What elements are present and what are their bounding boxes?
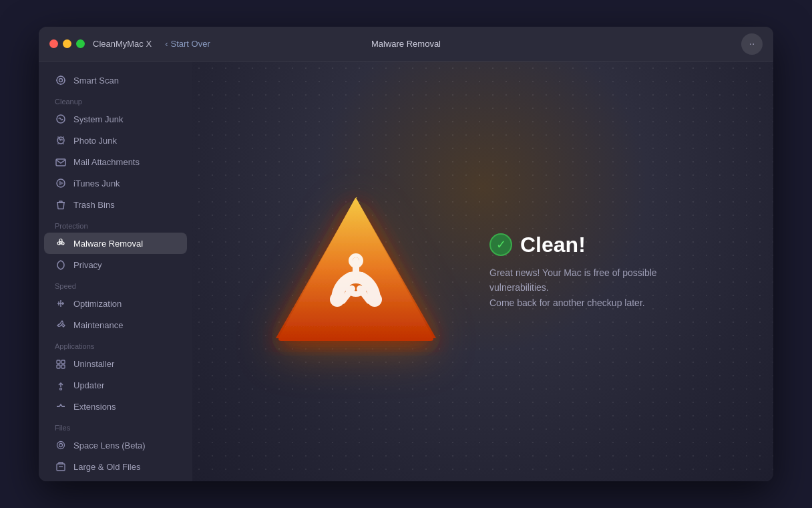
sidebar-item-photo-junk[interactable]: Photo Junk — [44, 130, 187, 151]
svg-line-20 — [61, 241, 63, 243]
sidebar-item-label: Maintenance — [73, 320, 123, 330]
fullscreen-button[interactable] — [76, 39, 85, 48]
sidebar-item-uninstaller[interactable]: Uninstaller — [44, 353, 187, 374]
check-icon: ✓ — [489, 233, 512, 256]
close-button[interactable] — [49, 39, 58, 48]
svg-point-18 — [60, 243, 61, 244]
svg-point-0 — [57, 76, 65, 84]
content-area: Smart Scan Cleanup System Junk — [39, 61, 773, 481]
large-files-icon — [55, 461, 67, 473]
sidebar-item-maintenance[interactable]: Maintenance — [44, 314, 187, 336]
sidebar-item-label: Privacy — [73, 260, 102, 270]
sidebar-item-trash-bins[interactable]: Trash Bins — [44, 194, 187, 215]
photo-junk-icon — [55, 134, 67, 146]
svg-point-31 — [60, 388, 62, 390]
sidebar-item-label: Large & Old Files — [73, 462, 140, 472]
minimize-button[interactable] — [63, 39, 71, 48]
sidebar-item-label: Uninstaller — [73, 359, 114, 369]
sidebar-item-extensions[interactable]: Extensions — [44, 396, 187, 417]
chevron-left-icon: ‹ — [165, 39, 168, 49]
svg-rect-12 — [56, 159, 65, 166]
maintenance-icon — [55, 319, 67, 331]
svg-rect-34 — [57, 464, 65, 471]
speed-section-label: Speed — [39, 275, 192, 293]
page-title: Malware Removal — [371, 39, 441, 49]
sidebar-item-malware-removal[interactable]: Malware Removal — [44, 233, 187, 254]
sidebar-item-label: Extensions — [73, 402, 116, 412]
result-heading: Clean! — [520, 233, 586, 257]
sidebar-item-space-lens[interactable]: Space Lens (Beta) — [44, 434, 187, 456]
sidebar-item-smart-scan[interactable]: Smart Scan — [44, 70, 187, 91]
sidebar-item-mail-attachments[interactable]: Mail Attachments — [44, 151, 187, 172]
svg-line-19 — [59, 241, 60, 243]
system-junk-icon — [55, 113, 67, 125]
extensions-icon — [55, 400, 67, 412]
sidebar-item-shredder[interactable]: Shredder — [44, 477, 187, 481]
updater-icon — [55, 379, 67, 391]
dots-icon: ·· — [749, 38, 755, 50]
optimization-icon — [55, 297, 67, 309]
app-window: CleanMyMac X ‹ Start Over Malware Remova… — [39, 27, 773, 481]
sidebar-item-itunes-junk[interactable]: iTunes Junk — [44, 172, 187, 194]
center-area: ✓ Clean! Great news! Your Mac is free of… — [262, 178, 703, 365]
sidebar-item-label: Optimization — [73, 299, 122, 309]
uninstaller-icon — [55, 358, 67, 370]
result-line-1: Great news! Your Mac is free of possible… — [489, 265, 703, 295]
result-area: ✓ Clean! Great news! Your Mac is free of… — [489, 233, 703, 310]
sidebar-item-label: Space Lens (Beta) — [73, 440, 146, 451]
biohazard-container — [262, 178, 449, 365]
protection-section-label: Protection — [39, 215, 192, 233]
sidebar-item-label: Photo Junk — [73, 136, 117, 146]
checkmark-symbol: ✓ — [496, 237, 506, 252]
applications-section-label: Applications — [39, 336, 192, 353]
sidebar-item-label: iTunes Junk — [73, 178, 120, 188]
titlebar: CleanMyMac X ‹ Start Over Malware Remova… — [39, 27, 773, 61]
sidebar-item-system-junk[interactable]: System Junk — [44, 108, 187, 130]
result-line-2: Come back for another checkup later. — [489, 295, 703, 310]
start-over-button[interactable]: ‹ Start Over — [165, 39, 210, 49]
sidebar-item-label: System Junk — [73, 114, 123, 124]
sidebar-item-optimization[interactable]: Optimization — [44, 293, 187, 314]
malware-icon — [55, 237, 67, 249]
traffic-lights — [49, 39, 85, 48]
sidebar-item-large-old-files[interactable]: Large & Old Files — [44, 456, 187, 477]
smart-scan-icon — [55, 74, 67, 86]
svg-rect-30 — [61, 365, 65, 368]
trash-icon — [55, 199, 67, 211]
biohazard-icon — [262, 178, 449, 365]
svg-rect-27 — [57, 360, 60, 364]
svg-point-32 — [57, 442, 65, 449]
sidebar-item-label: Smart Scan — [73, 76, 119, 86]
svg-point-33 — [59, 444, 63, 447]
sidebar: Smart Scan Cleanup System Junk — [39, 61, 192, 481]
sidebar-item-label: Updater — [73, 380, 104, 390]
sidebar-item-label: Malware Removal — [73, 239, 143, 249]
privacy-icon — [55, 259, 67, 271]
app-title: CleanMyMac X — [93, 39, 152, 49]
main-content: ✓ Clean! Great news! Your Mac is free of… — [192, 61, 773, 481]
sidebar-item-privacy[interactable]: Privacy — [44, 254, 187, 275]
sidebar-item-label: Trash Bins — [73, 200, 115, 210]
result-title: ✓ Clean! — [489, 233, 703, 257]
svg-rect-28 — [61, 360, 65, 364]
svg-point-1 — [59, 79, 63, 82]
cleanup-section-label: Cleanup — [39, 91, 192, 108]
result-description: Great news! Your Mac is free of possible… — [489, 265, 703, 310]
sidebar-item-updater[interactable]: Updater — [44, 374, 187, 396]
space-lens-icon — [55, 439, 67, 451]
files-section-label: Files — [39, 417, 192, 434]
mail-icon — [55, 156, 67, 168]
svg-rect-29 — [57, 365, 60, 368]
itunes-icon — [55, 177, 67, 189]
settings-button[interactable]: ·· — [741, 33, 763, 55]
sidebar-item-label: Mail Attachments — [73, 157, 140, 167]
